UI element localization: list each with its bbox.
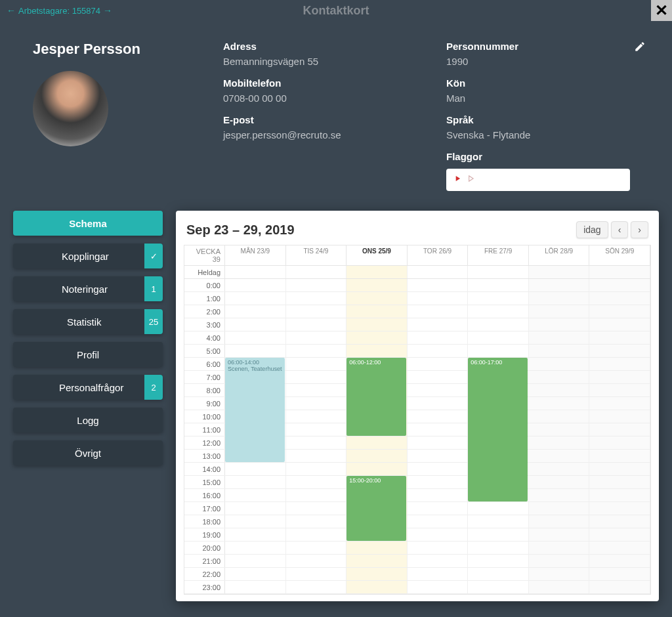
hour-cell[interactable] xyxy=(529,542,590,554)
hour-cell[interactable] xyxy=(589,423,650,436)
hour-cell[interactable] xyxy=(346,292,408,305)
hour-cell[interactable] xyxy=(589,555,650,567)
hour-cell[interactable] xyxy=(408,528,469,541)
hour-cell[interactable] xyxy=(225,318,286,331)
hour-cell[interactable] xyxy=(286,345,347,357)
next-week-button[interactable]: › xyxy=(631,221,648,238)
hour-cell[interactable] xyxy=(286,305,347,318)
hour-cell[interactable] xyxy=(286,581,347,593)
hour-cell[interactable] xyxy=(408,555,469,567)
hour-cell[interactable] xyxy=(346,450,408,462)
hour-cell[interactable] xyxy=(408,331,469,344)
hour-cell[interactable] xyxy=(468,318,529,331)
hour-cell[interactable] xyxy=(529,555,590,567)
allday-cell[interactable] xyxy=(225,266,286,278)
hour-cell[interactable] xyxy=(408,423,469,436)
hour-cell[interactable] xyxy=(529,318,590,331)
hour-cell[interactable] xyxy=(589,502,650,515)
hour-cell[interactable] xyxy=(408,581,469,593)
hour-cell[interactable] xyxy=(346,305,408,318)
hour-cell[interactable] xyxy=(468,292,529,305)
hour-cell[interactable] xyxy=(589,476,650,488)
hour-cell[interactable] xyxy=(468,331,529,344)
hour-cell[interactable] xyxy=(468,515,529,528)
hour-cell[interactable] xyxy=(589,358,650,370)
hour-cell[interactable] xyxy=(408,542,469,554)
hour-cell[interactable] xyxy=(408,450,469,462)
hour-cell[interactable] xyxy=(408,463,469,475)
tab-ovrigt[interactable]: Övrigt xyxy=(13,440,163,465)
hour-cell[interactable] xyxy=(529,463,590,475)
hour-cell[interactable] xyxy=(529,502,590,515)
hour-cell[interactable] xyxy=(225,528,286,541)
tab-profil[interactable]: Profil xyxy=(13,342,163,367)
hour-cell[interactable] xyxy=(589,397,650,410)
hour-cell[interactable] xyxy=(225,476,286,488)
hour-cell[interactable] xyxy=(408,305,469,318)
hour-cell[interactable] xyxy=(408,345,469,357)
hour-cell[interactable] xyxy=(589,489,650,501)
tab-statistik[interactable]: Statistik 25 xyxy=(13,309,163,334)
hour-cell[interactable] xyxy=(408,502,469,515)
hour-cell[interactable] xyxy=(589,279,650,291)
hour-cell[interactable] xyxy=(225,345,286,357)
hour-cell[interactable] xyxy=(589,450,650,462)
hour-cell[interactable] xyxy=(408,436,469,449)
hour-cell[interactable] xyxy=(589,515,650,528)
allday-cell[interactable] xyxy=(468,266,529,278)
hour-cell[interactable] xyxy=(589,463,650,475)
tab-noteringar[interactable]: Noteringar 1 xyxy=(13,276,163,301)
calendar-event[interactable]: 06:00-17:00 xyxy=(468,358,528,501)
calendar-event[interactable]: 15:00-20:00 xyxy=(346,476,406,541)
hour-cell[interactable] xyxy=(408,292,469,305)
hour-cell[interactable] xyxy=(286,542,347,554)
hour-cell[interactable] xyxy=(529,331,590,344)
hour-cell[interactable] xyxy=(468,568,529,580)
hour-cell[interactable] xyxy=(529,410,590,423)
hour-cell[interactable] xyxy=(225,515,286,528)
hour-cell[interactable] xyxy=(346,279,408,291)
hour-cell[interactable] xyxy=(286,489,347,501)
allday-cell[interactable] xyxy=(408,266,469,278)
hour-cell[interactable] xyxy=(286,450,347,462)
hour-cell[interactable] xyxy=(589,305,650,318)
hour-cell[interactable] xyxy=(286,397,347,410)
hour-cell[interactable] xyxy=(408,568,469,580)
close-button[interactable]: ✕ xyxy=(651,0,672,21)
hour-cell[interactable] xyxy=(589,542,650,554)
hour-cell[interactable] xyxy=(408,397,469,410)
hour-cell[interactable] xyxy=(286,292,347,305)
hour-cell[interactable] xyxy=(408,358,469,370)
hour-cell[interactable] xyxy=(286,384,347,396)
hour-cell[interactable] xyxy=(529,515,590,528)
prev-week-button[interactable]: ‹ xyxy=(611,221,629,238)
hour-cell[interactable] xyxy=(529,450,590,462)
hour-cell[interactable] xyxy=(225,279,286,291)
hour-cell[interactable] xyxy=(286,331,347,344)
hour-cell[interactable] xyxy=(589,410,650,423)
allday-cell[interactable] xyxy=(286,266,347,278)
hour-cell[interactable] xyxy=(468,502,529,515)
hour-cell[interactable] xyxy=(529,305,590,318)
hour-cell[interactable] xyxy=(225,502,286,515)
hour-cell[interactable] xyxy=(589,528,650,541)
tab-kopplingar[interactable]: Kopplingar xyxy=(13,244,163,268)
hour-cell[interactable] xyxy=(529,358,590,370)
allday-cell[interactable] xyxy=(346,266,408,278)
hour-cell[interactable] xyxy=(286,318,347,331)
hour-cell[interactable] xyxy=(589,345,650,357)
hour-cell[interactable] xyxy=(589,331,650,344)
hour-cell[interactable] xyxy=(346,555,408,567)
hour-cell[interactable] xyxy=(225,542,286,554)
hour-cell[interactable] xyxy=(408,371,469,383)
calendar-event[interactable]: 06:00-12:00 xyxy=(346,358,406,436)
hour-cell[interactable] xyxy=(468,528,529,541)
hour-cell[interactable] xyxy=(346,345,408,357)
hour-cell[interactable] xyxy=(286,528,347,541)
hour-cell[interactable] xyxy=(589,568,650,580)
hour-cell[interactable] xyxy=(286,568,347,580)
tab-personalfragor[interactable]: Personalfrågor 2 xyxy=(13,375,163,400)
hour-cell[interactable] xyxy=(529,581,590,593)
hour-cell[interactable] xyxy=(529,384,590,396)
hour-cell[interactable] xyxy=(529,397,590,410)
